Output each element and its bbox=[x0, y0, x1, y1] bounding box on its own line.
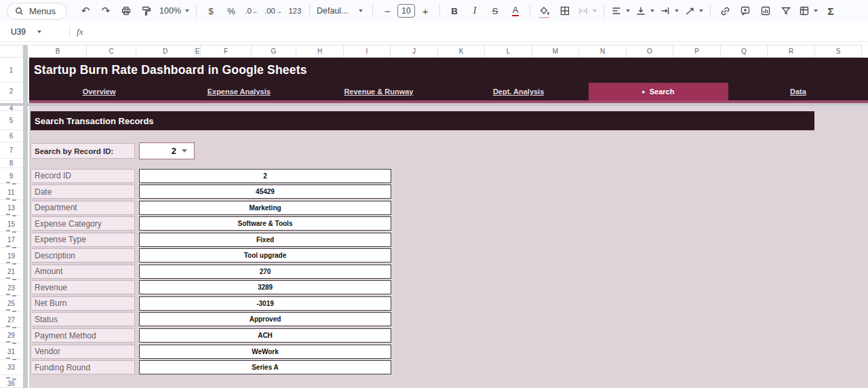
row-header-33[interactable]: 33 bbox=[0, 360, 22, 375]
field-label-expense-category[interactable]: Expense Category bbox=[31, 216, 135, 231]
number-format-button[interactable]: 123 bbox=[288, 3, 302, 19]
redo-button[interactable]: ↷ bbox=[98, 3, 113, 19]
frozen-row-divider[interactable] bbox=[0, 103, 868, 106]
font-family-select[interactable]: Defaul... bbox=[317, 3, 363, 19]
column-header-P[interactable]: P bbox=[673, 45, 721, 57]
column-header-J[interactable]: J bbox=[391, 45, 438, 57]
column-header-F[interactable]: F bbox=[201, 45, 252, 57]
field-value-payment-method[interactable]: ACH bbox=[139, 328, 391, 343]
font-size-input[interactable]: 10 bbox=[397, 4, 415, 18]
column-header-L[interactable]: L bbox=[485, 45, 532, 57]
increase-decimal-button[interactable]: .00→ bbox=[264, 3, 282, 19]
text-color-button[interactable]: A bbox=[508, 3, 523, 19]
merge-cells-button[interactable] bbox=[578, 3, 597, 19]
field-value-status[interactable]: Approved bbox=[139, 312, 391, 326]
field-value-expense-type[interactable]: Fixed bbox=[139, 233, 391, 247]
field-value-amount[interactable]: 270 bbox=[139, 265, 391, 279]
tab-data[interactable]: Data bbox=[728, 83, 868, 100]
field-label-department[interactable]: Department bbox=[31, 201, 135, 215]
insert-comment-button[interactable] bbox=[738, 3, 753, 19]
field-label-amount[interactable]: Amount bbox=[31, 265, 135, 279]
row-header-4[interactable]: 4 bbox=[0, 106, 22, 111]
field-value-record-id[interactable]: 2 bbox=[139, 169, 391, 183]
vertical-align-button[interactable] bbox=[635, 3, 654, 19]
functions-button[interactable]: Σ bbox=[823, 3, 838, 19]
field-label-expense-type[interactable]: Expense Type bbox=[31, 233, 135, 247]
field-value-expense-category[interactable]: Software & Tools bbox=[139, 216, 391, 231]
row-header-36[interactable]: 36 bbox=[0, 380, 22, 388]
decrease-font-size-button[interactable]: − bbox=[380, 3, 395, 19]
tab-search[interactable]: ▸Search bbox=[589, 83, 728, 100]
field-value-date[interactable]: 45429 bbox=[139, 185, 391, 199]
table-views-button[interactable] bbox=[799, 3, 818, 19]
select-all-corner[interactable] bbox=[0, 45, 22, 58]
row-header-8[interactable]: 8 bbox=[0, 159, 22, 168]
record-id-dropdown[interactable]: 2 bbox=[139, 142, 195, 159]
bold-button[interactable]: B bbox=[447, 3, 462, 19]
paint-format-button[interactable] bbox=[139, 3, 154, 19]
field-value-funding-round[interactable]: Series A bbox=[139, 360, 391, 374]
dashboard-title-cell[interactable]: Startup Burn Rate Dashboard in Google Sh… bbox=[29, 58, 868, 83]
field-label-status[interactable]: Status bbox=[31, 312, 135, 326]
insert-chart-button[interactable] bbox=[758, 3, 773, 19]
field-value-vendor[interactable]: WeWork bbox=[139, 345, 391, 359]
row-header-6[interactable]: 6 bbox=[0, 130, 22, 142]
search-by-record-id-label[interactable]: Search by Record ID: bbox=[31, 143, 135, 159]
row-header-5[interactable]: 5 bbox=[0, 111, 22, 130]
field-label-revenue[interactable]: Revenue bbox=[31, 280, 135, 294]
strikethrough-button[interactable]: S bbox=[488, 3, 502, 19]
zoom-select[interactable]: 100% bbox=[159, 3, 189, 19]
column-header-Q[interactable]: Q bbox=[721, 45, 768, 57]
column-header-G[interactable]: G bbox=[252, 45, 296, 57]
borders-button[interactable] bbox=[557, 3, 572, 19]
print-button[interactable] bbox=[119, 3, 134, 19]
plus-icon: + bbox=[422, 5, 429, 17]
row-header-2[interactable]: 2 bbox=[0, 83, 22, 100]
column-header-C[interactable]: C bbox=[87, 45, 136, 57]
column-header-M[interactable]: M bbox=[532, 45, 579, 57]
field-label-net-burn[interactable]: Net Burn bbox=[31, 296, 135, 311]
column-header-R[interactable]: R bbox=[768, 45, 815, 57]
undo-button[interactable]: ↶ bbox=[78, 3, 93, 19]
horizontal-align-button[interactable] bbox=[611, 3, 630, 19]
increase-font-size-button[interactable]: + bbox=[418, 3, 433, 19]
field-label-record-id[interactable]: Record ID bbox=[31, 169, 135, 183]
field-label-funding-round[interactable]: Funding Round bbox=[31, 360, 135, 374]
field-value-net-burn[interactable]: -3019 bbox=[139, 296, 391, 311]
tab-overview[interactable]: Overview bbox=[29, 83, 169, 100]
tab-expense-analysis[interactable]: Expense Analysis bbox=[169, 83, 309, 100]
decrease-decimal-button[interactable]: .0← bbox=[244, 3, 259, 19]
fill-color-button[interactable] bbox=[537, 3, 552, 19]
tab-dept-analysis[interactable]: Dept. Analysis bbox=[449, 83, 589, 100]
column-header-I[interactable]: I bbox=[344, 45, 391, 57]
column-header-S[interactable]: S bbox=[815, 45, 862, 57]
column-header-N[interactable]: N bbox=[579, 45, 627, 57]
field-label-vendor[interactable]: Vendor bbox=[31, 345, 135, 359]
format-percent-button[interactable]: % bbox=[224, 3, 239, 19]
field-label-date[interactable]: Date bbox=[31, 185, 135, 199]
insert-link-button[interactable] bbox=[717, 3, 732, 19]
column-header-H[interactable]: H bbox=[296, 45, 344, 57]
section-header-cell[interactable]: Search Transaction Records bbox=[31, 111, 814, 130]
menus-search-pill[interactable]: Menus bbox=[7, 3, 67, 20]
column-header-B[interactable]: B bbox=[29, 45, 87, 57]
text-wrap-button[interactable] bbox=[660, 3, 679, 19]
frozen-column-divider[interactable] bbox=[23, 45, 28, 388]
tab-revenue-runway[interactable]: Revenue & Runway bbox=[309, 83, 448, 100]
field-value-description[interactable]: Tool upgrade bbox=[139, 248, 391, 263]
column-header-D[interactable]: D bbox=[136, 45, 195, 57]
field-label-payment-method[interactable]: Payment Method bbox=[31, 328, 135, 343]
field-label-description[interactable]: Description bbox=[31, 248, 135, 263]
field-value-revenue[interactable]: 3289 bbox=[139, 280, 391, 294]
column-header-E[interactable]: E bbox=[195, 45, 201, 57]
format-currency-button[interactable]: $ bbox=[203, 3, 218, 19]
text-rotation-button[interactable] bbox=[684, 3, 703, 19]
create-filter-button[interactable] bbox=[778, 3, 793, 19]
field-value-department[interactable]: Marketing bbox=[139, 201, 391, 215]
italic-button[interactable]: I bbox=[467, 3, 482, 19]
column-header-K[interactable]: K bbox=[438, 45, 485, 57]
name-box[interactable]: U39 bbox=[0, 27, 62, 37]
column-header-O[interactable]: O bbox=[627, 45, 673, 57]
row-header-7[interactable]: 7 bbox=[0, 142, 22, 159]
row-header-1[interactable]: 1 bbox=[0, 58, 22, 83]
